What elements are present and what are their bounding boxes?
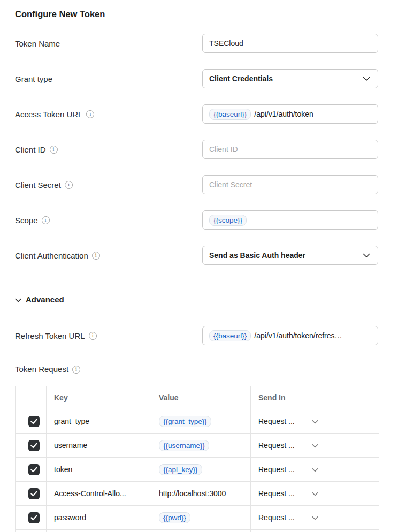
- field-row-grant-type: Grant type Client Credentials: [15, 69, 379, 88]
- client-secret-input[interactable]: [202, 175, 378, 194]
- checkbox-column-header: [16, 386, 47, 409]
- field-row-client-id: Client ID i: [15, 140, 379, 159]
- row-key[interactable]: Access-Control-Allo...: [47, 482, 151, 506]
- row-key[interactable]: password: [47, 506, 151, 530]
- table-row: grant_type {{grant_type}} Request ...: [16, 409, 379, 434]
- table-row: password {{pwd}} Request ...: [16, 506, 379, 530]
- scope-label: Scope: [15, 216, 38, 225]
- info-icon[interactable]: i: [89, 332, 97, 340]
- info-icon[interactable]: i: [42, 216, 50, 224]
- token-request-table: Key Value Send In grant_type {{grant_typ…: [15, 386, 379, 532]
- client-authentication-select[interactable]: Send as Basic Auth header: [202, 246, 378, 265]
- key-column-header: Key: [47, 386, 151, 409]
- chevron-down-icon: [363, 251, 370, 260]
- send-in-select[interactable]: Request ...: [258, 513, 371, 522]
- table-header-row: Key Value Send In: [16, 386, 379, 409]
- send-in-select[interactable]: Request ...: [258, 489, 371, 498]
- page-title: Configure New Token: [15, 0, 379, 19]
- send-in-select[interactable]: Request ...: [258, 441, 371, 450]
- table-row: token {{api_key}} Request ...: [16, 458, 379, 482]
- row-checkbox[interactable]: [28, 464, 40, 475]
- field-row-client-authentication: Client Authentication i Send as Basic Au…: [15, 246, 379, 265]
- variable-pill: {{baseurl}}: [209, 109, 251, 120]
- chevron-down-icon: [15, 295, 21, 304]
- table-row-partial: [16, 530, 379, 532]
- field-row-access-token-url: Access Token URL i {{baseurl}} /api/v1/a…: [15, 104, 379, 124]
- variable-pill: {{grant_type}}: [159, 416, 211, 427]
- info-icon[interactable]: i: [65, 181, 73, 189]
- client-authentication-label: Client Authentication: [15, 251, 88, 260]
- variable-pill: {{scope}}: [209, 215, 247, 226]
- info-icon[interactable]: i: [86, 110, 94, 118]
- info-icon[interactable]: i: [92, 252, 100, 260]
- grant-type-label: Grant type: [15, 74, 202, 83]
- advanced-section-label: Advanced: [26, 295, 64, 304]
- send-in-select[interactable]: Request ...: [258, 417, 371, 425]
- info-icon[interactable]: i: [50, 146, 58, 154]
- grant-type-selected-value: Client Credentials: [209, 74, 273, 83]
- access-token-url-input[interactable]: {{baseurl}} /api/v1/auth/token: [202, 104, 378, 124]
- variable-pill: {{username}}: [159, 440, 209, 451]
- table-row: username {{username}} Request ...: [16, 434, 379, 458]
- row-key[interactable]: username: [47, 434, 151, 458]
- configure-token-panel: Configure New Token Token Name Grant typ…: [0, 0, 379, 532]
- variable-pill: {{pwd}}: [159, 512, 190, 523]
- row-value[interactable]: {{username}}: [151, 434, 251, 458]
- scope-input[interactable]: {{scope}}: [202, 210, 378, 230]
- refresh-token-url-input[interactable]: {{baseurl}} /api/v1/auth/token/refres…: [202, 326, 378, 345]
- row-checkbox[interactable]: [28, 512, 40, 523]
- info-icon[interactable]: i: [72, 366, 80, 374]
- row-value[interactable]: http://localhost:3000: [151, 482, 251, 506]
- client-secret-label: Client Secret: [15, 180, 61, 189]
- client-id-label: Client ID: [15, 145, 46, 154]
- token-name-label: Token Name: [15, 39, 202, 48]
- row-checkbox[interactable]: [28, 440, 40, 451]
- row-key[interactable]: token: [47, 458, 151, 482]
- field-row-refresh-token-url: Refresh Token URL i {{baseurl}} /api/v1/…: [15, 326, 379, 345]
- chevron-down-icon: [312, 441, 318, 450]
- row-key[interactable]: grant_type: [47, 409, 151, 434]
- token-name-input[interactable]: [202, 34, 378, 53]
- row-value[interactable]: {{api_key}}: [151, 458, 251, 482]
- variable-pill: {{api_key}}: [159, 464, 202, 475]
- row-checkbox[interactable]: [28, 488, 40, 499]
- send-in-column-header: Send In: [251, 386, 379, 409]
- token-request-label-row: Token Request i: [15, 364, 379, 374]
- row-value[interactable]: {{grant_type}}: [151, 409, 251, 434]
- client-authentication-selected-value: Send as Basic Auth header: [209, 251, 305, 260]
- field-row-scope: Scope i {{scope}}: [15, 210, 379, 230]
- refresh-token-url-path: /api/v1/auth/token/refres…: [254, 331, 342, 340]
- token-request-label: Token Request: [15, 364, 68, 374]
- access-token-url-label: Access Token URL: [15, 110, 82, 119]
- chevron-down-icon: [312, 465, 318, 474]
- field-row-token-name: Token Name: [15, 34, 379, 53]
- send-in-select[interactable]: Request ...: [258, 465, 371, 474]
- chevron-down-icon: [312, 489, 318, 498]
- refresh-token-url-label: Refresh Token URL: [15, 331, 85, 340]
- field-row-client-secret: Client Secret i: [15, 175, 379, 194]
- chevron-down-icon: [312, 513, 318, 522]
- value-column-header: Value: [151, 386, 251, 409]
- grant-type-select[interactable]: Client Credentials: [202, 69, 378, 88]
- client-id-input[interactable]: [202, 140, 378, 159]
- chevron-down-icon: [312, 417, 318, 425]
- chevron-down-icon: [363, 74, 370, 83]
- access-token-url-path: /api/v1/auth/token: [254, 110, 313, 118]
- table-row: Access-Control-Allo... http://localhost:…: [16, 482, 379, 506]
- advanced-section-toggle[interactable]: Advanced: [15, 295, 64, 304]
- row-checkbox[interactable]: [28, 416, 40, 427]
- row-value[interactable]: {{pwd}}: [151, 506, 251, 530]
- variable-pill: {{baseurl}}: [209, 330, 251, 341]
